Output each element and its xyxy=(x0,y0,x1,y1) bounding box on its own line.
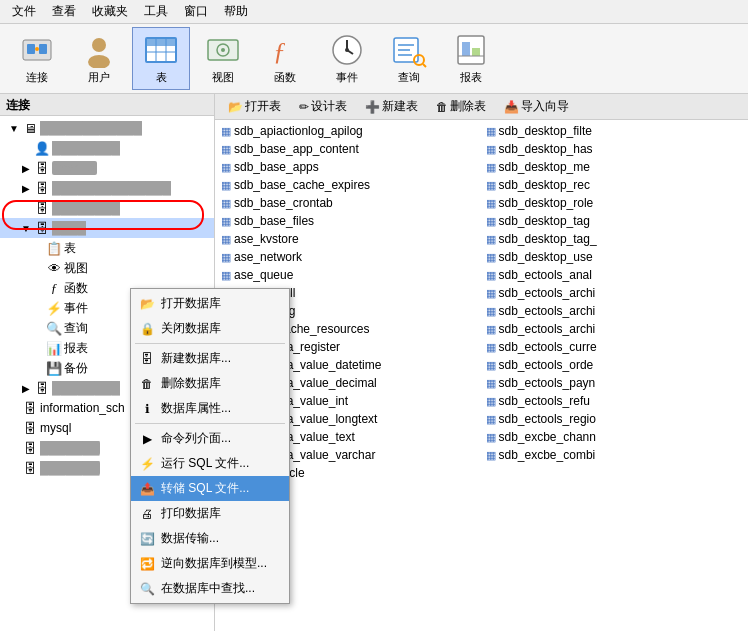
query-sub-icon: 🔍 xyxy=(46,320,62,336)
toolbar-function[interactable]: ƒ 函数 xyxy=(256,27,314,90)
toolbar-connect[interactable]: 连接 xyxy=(8,27,66,90)
ctx-label-transfer-sql: 转储 SQL 文件... xyxy=(161,480,249,497)
table-icon: ▦ xyxy=(486,125,496,138)
ctx-item-close-db[interactable]: 🔒关闭数据库 xyxy=(131,316,289,341)
tree-item-1[interactable]: 👤 ████████ xyxy=(0,138,214,158)
btn-design-table[interactable]: ✏ 设计表 xyxy=(292,95,354,118)
table-name: ase_queue xyxy=(234,268,293,282)
table-name: sdb_desktop_me xyxy=(499,160,590,174)
toolbar-user-label: 用户 xyxy=(88,70,110,85)
tree-item-table[interactable]: 📋 表 xyxy=(0,238,214,258)
function-icon: ƒ xyxy=(267,32,303,68)
toolbar-report[interactable]: 报表 xyxy=(442,27,500,90)
btn-open-table[interactable]: 📂 打开表 xyxy=(221,95,288,118)
table-list-item[interactable]: ▦ase_queue xyxy=(217,266,482,284)
ctx-item-reverse-model[interactable]: 🔁逆向数据库到模型... xyxy=(131,551,289,576)
btn-import-wizard[interactable]: 📥 导入向导 xyxy=(497,95,576,118)
ctx-icon-new-db: 🗄 xyxy=(139,351,155,367)
ctx-item-transfer-sql[interactable]: 📤转储 SQL 文件... xyxy=(131,476,289,501)
toolbar-table[interactable]: 表 xyxy=(132,27,190,90)
label-sub-report: 报表 xyxy=(64,340,88,357)
ctx-separator xyxy=(135,423,285,424)
table-list-item[interactable]: ▦sdb_ectools_regio xyxy=(482,410,747,428)
svg-point-13 xyxy=(221,48,225,52)
tree-item-view[interactable]: 👁 视图 xyxy=(0,258,214,278)
table-list-item[interactable]: ▦sdb_excbe_chann xyxy=(482,428,747,446)
toolbar-event[interactable]: 事件 xyxy=(318,27,376,90)
table-list-item[interactable]: ▦sdb_ectools_archi xyxy=(482,320,747,338)
table-list-item[interactable]: ▦sdb_desktop_filte xyxy=(482,122,747,140)
tree-item-4[interactable]: 🗄 ████████ xyxy=(0,198,214,218)
event-sub-icon: ⚡ xyxy=(46,300,62,316)
table-list-item[interactable]: ▦sdb_base_files xyxy=(217,212,482,230)
ctx-item-cmd[interactable]: ▶命令列介面... xyxy=(131,426,289,451)
table-list-item[interactable]: ▦sdb_ectools_anal xyxy=(482,266,747,284)
label-2: Channel xyxy=(52,161,97,175)
ctx-item-print-db[interactable]: 🖨打印数据库 xyxy=(131,501,289,526)
table-list-item[interactable]: ▦sdb_desktop_use xyxy=(482,248,747,266)
toolbar-report-label: 报表 xyxy=(460,70,482,85)
ctx-item-db-props[interactable]: ℹ数据库属性... xyxy=(131,396,289,421)
icon-1: 👤 xyxy=(34,140,50,156)
table-list-item[interactable]: ▦sdb_base_crontab xyxy=(217,194,482,212)
menu-file[interactable]: 文件 xyxy=(4,1,44,22)
table-list-item[interactable]: ▦sdb_ectools_archi xyxy=(482,284,747,302)
table-list-item[interactable] xyxy=(482,464,747,482)
table-list-item[interactable]: ▦sdb_ectools_archi xyxy=(482,302,747,320)
table-icon: ▦ xyxy=(486,179,496,192)
menu-window[interactable]: 窗口 xyxy=(176,1,216,22)
table-list-item[interactable]: ▦sdb_ectools_payn xyxy=(482,374,747,392)
menu-help[interactable]: 帮助 xyxy=(216,1,256,22)
svg-rect-1 xyxy=(27,44,35,54)
btn-new-table[interactable]: ➕ 新建表 xyxy=(358,95,425,118)
table-list-item[interactable]: ▦sdb_desktop_has xyxy=(482,140,747,158)
menu-view[interactable]: 查看 xyxy=(44,1,84,22)
right-toolbar: 📂 打开表 ✏ 设计表 ➕ 新建表 🗑 删除表 📥 导入向导 xyxy=(215,94,748,120)
ctx-label-run-sql: 运行 SQL 文件... xyxy=(161,455,249,472)
table-icon xyxy=(143,32,179,68)
table-list-item[interactable]: ▦sdb_base_app_content xyxy=(217,140,482,158)
ctx-item-open-db[interactable]: 📂打开数据库 xyxy=(131,291,289,316)
table-list-item[interactable]: ▦sdb_base_cache_expires xyxy=(217,176,482,194)
ctx-item-find-in-db[interactable]: 🔍在数据库中查找... xyxy=(131,576,289,601)
right-panel: 📂 打开表 ✏ 设计表 ➕ 新建表 🗑 删除表 📥 导入向导 ▦sdb_apia… xyxy=(215,94,748,631)
table-name: sdb_base_app_content xyxy=(234,142,359,156)
table-list: ▦sdb_apiactionlog_apilog▦sdb_desktop_fil… xyxy=(215,120,748,631)
tree-item-2[interactable]: ▶ 🗄 Channel xyxy=(0,158,214,178)
table-icon: ▦ xyxy=(486,359,496,372)
user-icon xyxy=(81,32,117,68)
table-list-item[interactable]: ▦sdb_base_apps xyxy=(217,158,482,176)
tree-item-3[interactable]: ▶ 🗄 ██████████████ xyxy=(0,178,214,198)
menu-tools[interactable]: 工具 xyxy=(136,1,176,22)
table-list-item[interactable]: ▦sdb_ectools_refu xyxy=(482,392,747,410)
menu-favorites[interactable]: 收藏夹 xyxy=(84,1,136,22)
btn-delete-table[interactable]: 🗑 删除表 xyxy=(429,95,493,118)
toolbar-query[interactable]: 查询 xyxy=(380,27,438,90)
import-label: 导入向导 xyxy=(521,98,569,115)
table-list-item[interactable]: ▦sdb_desktop_role xyxy=(482,194,747,212)
table-list-item[interactable]: ▦ase_network xyxy=(217,248,482,266)
toolbar-user[interactable]: 用户 xyxy=(70,27,128,90)
ctx-item-run-sql[interactable]: ⚡运行 SQL 文件... xyxy=(131,451,289,476)
ctx-item-delete-db[interactable]: 🗑删除数据库 xyxy=(131,371,289,396)
table-list-item[interactable]: ▦sdb_apiactionlog_apilog xyxy=(217,122,482,140)
toolbar: 连接 用户 表 xyxy=(0,24,748,94)
table-name: sdb_ectools_payn xyxy=(499,376,596,390)
ctx-label-cmd: 命令列介面... xyxy=(161,430,231,447)
ctx-label-transfer-data: 数据传输... xyxy=(161,530,219,547)
tree-item-0[interactable]: ▼ 🖥 ████████████ xyxy=(0,118,214,138)
toolbar-view[interactable]: 视图 xyxy=(194,27,252,90)
table-list-item[interactable]: ▦sdb_desktop_me xyxy=(482,158,747,176)
icon-5: 🗄 xyxy=(34,220,50,236)
table-list-item[interactable]: ▦sdb_desktop_tag_ xyxy=(482,230,747,248)
ctx-item-transfer-data[interactable]: 🔄数据传输... xyxy=(131,526,289,551)
table-list-item[interactable]: ▦sdb_ectools_orde xyxy=(482,356,747,374)
table-list-item[interactable]: ▦sdb_excbe_combi xyxy=(482,446,747,464)
table-list-item[interactable]: ▦sdb_desktop_rec xyxy=(482,176,747,194)
table-list-item[interactable]: ▦sdb_desktop_tag xyxy=(482,212,747,230)
label-5: ████ xyxy=(52,221,86,235)
table-list-item[interactable]: ▦sdb_ectools_curre xyxy=(482,338,747,356)
table-list-item[interactable]: ▦ase_kvstore xyxy=(217,230,482,248)
ctx-item-new-db[interactable]: 🗄新建数据库... xyxy=(131,346,289,371)
tree-item-5[interactable]: ▼ 🗄 ████ xyxy=(0,218,214,238)
